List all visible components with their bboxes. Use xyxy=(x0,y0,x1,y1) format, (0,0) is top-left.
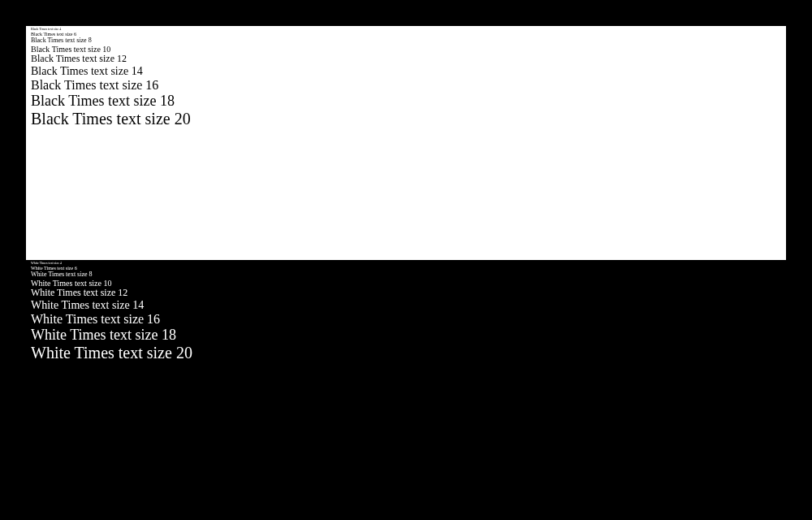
white-text-size-20: White Times text size 20 xyxy=(31,344,781,362)
white-text-size-6: White Times text size 6 xyxy=(31,266,781,271)
black-panel: White Times text size 4 White Times text… xyxy=(26,260,786,520)
black-text-size-12: Black Times text size 12 xyxy=(31,54,781,65)
white-text-size-16: White Times text size 16 xyxy=(31,312,781,327)
black-text-size-16: Black Times text size 16 xyxy=(31,78,781,93)
black-text-size-14: Black Times text size 14 xyxy=(31,65,781,78)
black-text-size-6: Black Times text size 6 xyxy=(31,32,781,37)
white-text-size-8: White Times text size 8 xyxy=(31,271,781,278)
black-text-size-10: Black Times text size 10 xyxy=(31,45,781,54)
black-text-size-20: Black Times text size 20 xyxy=(31,110,781,128)
black-text-size-8: Black Times text size 8 xyxy=(31,37,781,44)
white-text-size-10: White Times text size 10 xyxy=(31,279,781,288)
black-text-size-18: Black Times text size 18 xyxy=(31,93,781,110)
white-panel: Black Times text size 4 Black Times text… xyxy=(26,26,786,260)
white-text-size-18: White Times text size 18 xyxy=(31,327,781,344)
white-text-size-14: White Times text size 14 xyxy=(31,299,781,312)
white-text-size-12: White Times text size 12 xyxy=(31,288,781,299)
